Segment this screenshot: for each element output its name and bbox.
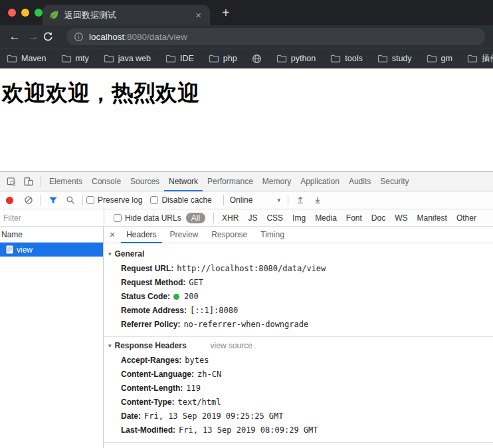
- search-icon[interactable]: [62, 191, 79, 209]
- tab-console[interactable]: Console: [87, 172, 126, 191]
- browser-window: 返回数据测试 × + ← → localhost:8080/data/view …: [0, 0, 493, 448]
- filter-input[interactable]: [0, 209, 104, 226]
- detail-tab-headers[interactable]: Headers: [121, 227, 161, 243]
- bookmark-folder-plugin[interactable]: 插件: [467, 53, 493, 64]
- header-label: Date:: [121, 411, 141, 421]
- record-icon[interactable]: [6, 197, 13, 204]
- reload-button[interactable]: [43, 31, 61, 42]
- filter-type-xhr[interactable]: XHR: [222, 213, 239, 223]
- bookmark-label: gm: [441, 54, 452, 63]
- bookmark-folder-mty[interactable]: mty: [61, 54, 89, 63]
- minimize-window-button[interactable]: [21, 9, 29, 17]
- bookmark-label: python: [291, 54, 316, 63]
- bookmark-folder-ide[interactable]: IDE: [165, 54, 194, 63]
- filter-type-manifest[interactable]: Manifest: [417, 213, 447, 223]
- header-value: no-referrer-when-downgrade: [183, 320, 308, 329]
- close-window-button[interactable]: [8, 9, 16, 17]
- divider: [41, 195, 41, 205]
- header-label: Last-Modified:: [121, 425, 175, 435]
- detail-tab-response[interactable]: Response: [206, 227, 252, 243]
- url-bar[interactable]: localhost:8080/data/view: [66, 28, 485, 45]
- status-dot: [173, 294, 179, 300]
- forward-button[interactable]: →: [24, 30, 43, 43]
- request-headers-section-header[interactable]: ▾ Request Headers view source: [104, 443, 493, 448]
- bookmark-folder-gm[interactable]: gm: [427, 54, 452, 63]
- globe-icon: [252, 54, 262, 64]
- bookmark-folder-python[interactable]: python: [276, 54, 316, 63]
- disable-cache-label: Disable cache: [161, 195, 211, 205]
- section-title: General: [115, 249, 145, 259]
- general-section-header[interactable]: ▾ General: [104, 245, 493, 262]
- bookmark-label: Maven: [21, 54, 47, 63]
- clear-icon[interactable]: [20, 191, 37, 209]
- filter-type-css[interactable]: CSS: [266, 213, 283, 223]
- tab-application[interactable]: Application: [296, 172, 344, 191]
- header-row: Request Method:GET: [104, 276, 493, 290]
- preserve-log-checkbox[interactable]: [86, 196, 94, 204]
- page-content: 欢迎欢迎，热烈欢迎: [0, 68, 493, 171]
- filter-type-other[interactable]: Other: [456, 213, 476, 223]
- throttling-value: Online: [230, 195, 253, 205]
- header-label: Content-Type:: [121, 397, 174, 407]
- divider: [223, 195, 224, 205]
- filter-type-ws[interactable]: WS: [395, 213, 407, 223]
- filter-all-pill[interactable]: All: [186, 213, 205, 223]
- header-row: Last-Modified:Fri, 13 Sep 2019 08:09:29 …: [104, 423, 493, 437]
- filter-type-media[interactable]: Media: [315, 213, 337, 223]
- header-label: Content-Language:: [121, 370, 194, 379]
- view-source-link[interactable]: view source: [211, 341, 252, 350]
- header-value: zh-CN: [197, 370, 221, 379]
- browser-tab[interactable]: 返回数据测试 ×: [43, 5, 210, 25]
- bookmark-folder-tools[interactable]: tools: [330, 54, 362, 63]
- tab-elements[interactable]: Elements: [45, 172, 87, 191]
- tab-title: 返回数据测试: [64, 9, 193, 21]
- tab-memory[interactable]: Memory: [258, 172, 296, 191]
- header-value: GET: [189, 278, 203, 287]
- filter-type-img[interactable]: Img: [292, 213, 306, 223]
- name-column-header[interactable]: Name: [0, 227, 103, 243]
- throttling-dropdown[interactable]: Online ▼: [230, 195, 282, 205]
- device-toolbar-icon[interactable]: [20, 172, 37, 191]
- tab-close-icon[interactable]: ×: [193, 9, 203, 21]
- new-tab-button[interactable]: +: [218, 4, 234, 21]
- import-har-icon[interactable]: [292, 191, 309, 209]
- bookmark-label: php: [223, 54, 237, 63]
- back-button[interactable]: ←: [5, 30, 24, 43]
- inspect-element-icon[interactable]: [3, 172, 20, 191]
- header-label: Referrer Policy:: [121, 320, 180, 329]
- bookmark-label: java web: [118, 54, 151, 63]
- bookmark-folder-java-web[interactable]: java web: [104, 54, 151, 63]
- filter-type-js[interactable]: JS: [248, 213, 257, 223]
- tab-performance[interactable]: Performance: [203, 172, 258, 191]
- filter-type-doc[interactable]: Doc: [371, 213, 385, 223]
- detail-tab-bar: × Headers Preview Response Timing: [104, 227, 493, 243]
- tab-audits[interactable]: Audits: [344, 172, 375, 191]
- bookmark-label: tools: [345, 54, 362, 63]
- url-path: :8080/data/view: [124, 32, 187, 42]
- tab-network[interactable]: Network: [164, 172, 203, 191]
- close-icon[interactable]: ×: [104, 229, 121, 240]
- bookmark-folder-study[interactable]: study: [377, 54, 412, 63]
- url-text: localhost:8080/data/view: [89, 32, 187, 42]
- bookmark-folder-php[interactable]: php: [209, 54, 237, 63]
- header-label: Remote Address:: [121, 306, 187, 315]
- request-name: view: [17, 245, 33, 255]
- filter-funnel-icon[interactable]: [45, 191, 62, 209]
- detail-tab-preview[interactable]: Preview: [165, 227, 204, 243]
- bookmark-folder-maven[interactable]: Maven: [7, 54, 47, 63]
- tab-security[interactable]: Security: [375, 172, 413, 191]
- hide-data-urls-checkbox[interactable]: [114, 214, 122, 222]
- header-row: Referrer Policy:no-referrer-when-downgra…: [104, 318, 493, 332]
- response-headers-section-header[interactable]: ▾ Response Headers view source: [104, 337, 493, 354]
- zoom-window-button[interactable]: [35, 9, 43, 17]
- detail-tab-timing[interactable]: Timing: [255, 227, 290, 243]
- header-label: Accept-Ranges:: [121, 356, 181, 365]
- filter-type-font[interactable]: Font: [346, 213, 362, 223]
- tab-sources[interactable]: Sources: [126, 172, 164, 191]
- url-host: localhost: [89, 32, 124, 42]
- info-icon[interactable]: [74, 32, 84, 42]
- disable-cache-checkbox[interactable]: [150, 196, 158, 204]
- export-har-icon[interactable]: [309, 191, 326, 209]
- bookmark-globe[interactable]: [252, 54, 262, 64]
- request-row-view[interactable]: view: [0, 243, 103, 257]
